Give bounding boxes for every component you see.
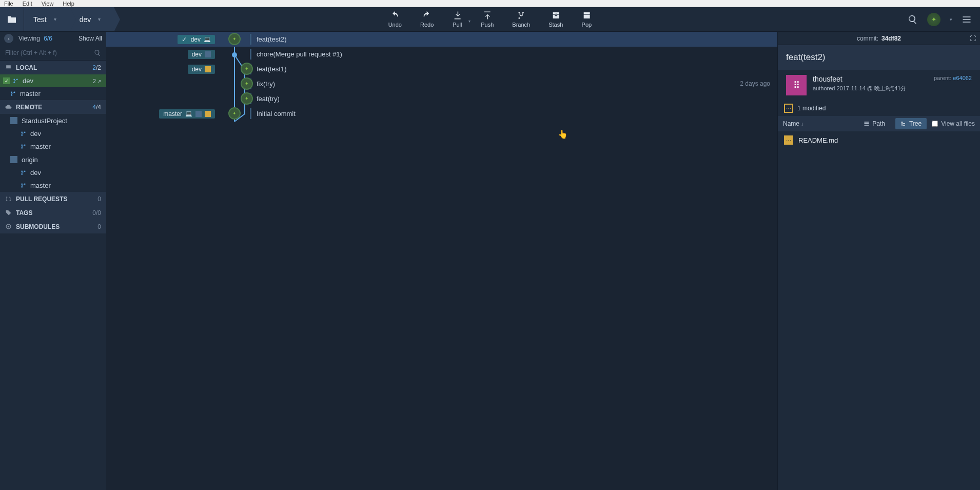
branch-button[interactable]: Branch — [508, 11, 534, 28]
svg-point-12 — [21, 170, 23, 172]
view-all-files-checkbox[interactable]: View all files — [932, 120, 975, 127]
commit-detail-panel: commit:34df82 ⛶ feat(test2) thousfeet au… — [777, 32, 980, 490]
toolbar: Test▾ dev▾ Undo Redo Pull▾ Push Branch S… — [0, 7, 980, 32]
branch-row-master[interactable]: master — [0, 87, 106, 100]
undo-button[interactable]: Undo — [384, 11, 406, 28]
svg-point-3 — [11, 91, 12, 93]
remote-branch-dev[interactable]: dev — [0, 166, 106, 179]
parent-commit[interactable]: parent: e64062 — [934, 75, 972, 95]
submodule-icon — [5, 223, 12, 230]
view-tree-button[interactable]: Tree — [895, 118, 927, 129]
remote-branch-master[interactable]: master — [0, 179, 106, 192]
section-remote[interactable]: REMOTE 4/4 — [0, 100, 106, 114]
view-path-button[interactable]: Path — [858, 118, 890, 129]
modified-summary: ⋯ 1 modified — [778, 101, 980, 116]
commit-row[interactable]: dev chore(Merge pull request #1) — [106, 47, 777, 62]
author-date: authored 2017-11-14 @ 晚上9点41分 — [813, 85, 928, 92]
branch-row-dev[interactable]: ✓dev2 — [0, 74, 106, 87]
pr-icon — [5, 195, 12, 202]
sort-name-button[interactable]: Name — [783, 120, 803, 127]
svg-point-15 — [21, 183, 23, 185]
remote-branch-dev[interactable]: dev — [0, 127, 106, 140]
svg-point-6 — [21, 131, 23, 133]
pull-button[interactable]: Pull▾ — [448, 11, 466, 28]
filter-input[interactable] — [5, 49, 94, 56]
chevron-down-icon[interactable]: ▾ — [950, 17, 952, 22]
breadcrumb-branch[interactable]: dev▾ — [70, 7, 114, 31]
user-avatar[interactable] — [927, 13, 940, 26]
menu-edit[interactable]: Edit — [23, 1, 32, 7]
stash-button[interactable]: Stash — [544, 11, 567, 28]
remote-origin[interactable]: origin — [0, 153, 106, 166]
svg-point-9 — [21, 144, 23, 146]
svg-point-11 — [24, 144, 26, 146]
svg-point-0 — [13, 79, 15, 80]
remote-branch-master[interactable]: master — [0, 140, 106, 153]
svg-point-17 — [24, 183, 26, 185]
mouse-cursor: 👆 — [558, 129, 568, 139]
file-toolbar: Name Path Tree View all files — [778, 116, 980, 131]
svg-point-20 — [10, 200, 11, 201]
commit-row[interactable]: fix(try)2 days ago — [106, 76, 777, 91]
section-pull-requests[interactable]: PULL REQUESTS 0 — [0, 192, 106, 206]
svg-point-16 — [21, 186, 23, 188]
author-avatar — [786, 75, 807, 95]
modified-icon: ⋯ — [784, 104, 793, 113]
section-local[interactable]: LOCAL 2/2 — [0, 61, 106, 74]
search-icon[interactable] — [94, 49, 101, 56]
tag-icon — [5, 209, 12, 216]
section-submodules[interactable]: SUBMODULES 0 — [0, 220, 106, 233]
viewing-bar: ‹ Viewing 6/6 Show All — [0, 32, 106, 45]
commit-row[interactable]: master 💻 Initial commit — [106, 106, 777, 121]
author-name: thousfeet — [813, 75, 928, 83]
svg-point-14 — [24, 170, 26, 172]
maximize-icon[interactable]: ⛶ — [970, 35, 976, 42]
menu-bar: File Edit View Help — [0, 0, 980, 7]
laptop-icon — [5, 64, 12, 71]
breadcrumb-repo[interactable]: Test▾ — [24, 7, 70, 31]
show-all-button[interactable]: Show All — [79, 35, 102, 42]
commit-graph: dev 💻feat(test2)dev chore(Merge pull req… — [106, 32, 777, 490]
svg-point-2 — [16, 79, 18, 80]
svg-point-8 — [24, 131, 26, 133]
hamburger-icon[interactable] — [962, 14, 972, 25]
svg-point-13 — [21, 173, 23, 175]
cloud-icon — [5, 104, 12, 110]
svg-point-5 — [14, 91, 15, 93]
filter-bar — [0, 45, 106, 61]
commit-title: feat(test2) — [778, 45, 980, 70]
svg-point-18 — [6, 197, 7, 198]
push-button[interactable]: Push — [477, 11, 498, 28]
detail-header: commit:34df82 ⛶ — [778, 32, 980, 45]
chevron-down-icon: ▾ — [468, 19, 471, 24]
menu-view[interactable]: View — [42, 1, 54, 7]
redo-button[interactable]: Redo — [416, 11, 438, 28]
svg-point-22 — [8, 226, 9, 227]
menu-file[interactable]: File — [4, 1, 13, 7]
search-icon[interactable] — [908, 14, 918, 25]
commit-row[interactable]: dev 💻feat(test2) — [106, 32, 777, 47]
section-tags[interactable]: TAGS 0/0 — [0, 206, 106, 220]
remote-StardustProject[interactable]: StardustProject — [0, 114, 106, 127]
pop-button[interactable]: Pop — [577, 11, 596, 28]
svg-point-10 — [21, 147, 23, 149]
commit-row[interactable]: feat(try) — [106, 91, 777, 106]
svg-point-4 — [11, 94, 12, 96]
file-row[interactable]: ⋯README.md — [778, 131, 980, 149]
svg-point-7 — [21, 134, 23, 136]
chevron-down-icon: ▾ — [54, 16, 56, 22]
sidebar: ‹ Viewing 6/6 Show All LOCAL 2/2 ✓dev2ma… — [0, 32, 106, 490]
commit-row[interactable]: dev feat(test1) — [106, 62, 777, 76]
back-button[interactable]: ‹ — [4, 34, 13, 43]
chevron-down-icon: ▾ — [98, 16, 101, 22]
open-folder-button[interactable] — [0, 7, 24, 31]
svg-point-1 — [13, 82, 15, 83]
menu-help[interactable]: Help — [63, 1, 74, 7]
svg-point-19 — [6, 200, 7, 201]
